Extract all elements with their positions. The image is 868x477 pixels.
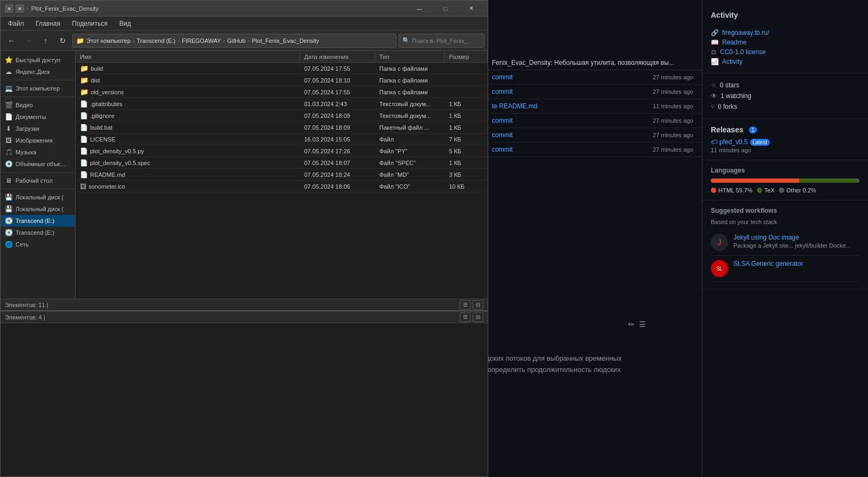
sidebar-divider-2 xyxy=(1,96,75,97)
status-text-bottom: Элементов: 4 | xyxy=(5,314,45,321)
activity-link[interactable]: 📈 Activity xyxy=(711,57,859,66)
file-row-8[interactable]: 📄plot_density_v0.5.spec 07.05.2024 18:07… xyxy=(76,157,488,169)
list-icon[interactable]: ☰ xyxy=(639,320,646,329)
watching-stat[interactable]: 👁 1 watching xyxy=(711,91,859,101)
release-latest-badge: Latest xyxy=(750,139,770,146)
workflow1-title[interactable]: Jekyll using Doc image xyxy=(733,234,851,241)
search-bar[interactable]: 🔍 Поиск в: Plot_Fenix_... xyxy=(399,34,484,48)
menu-item-вид[interactable]: Вид xyxy=(114,18,136,29)
sidebar-label-12: Transcend (E:) xyxy=(16,218,54,224)
sidebar-label-6: Изображения xyxy=(16,137,53,144)
suggested-label: Suggested workflows xyxy=(711,207,859,214)
file-name-6: 📄LICENSE xyxy=(76,136,300,143)
sidebar-item-1[interactable]: ☁Яндекс.Диск xyxy=(1,66,75,78)
address-part-3[interactable]: GitHub xyxy=(227,38,246,44)
commit-row-0: commit 27 minutes ago xyxy=(483,70,702,85)
file-row-7[interactable]: 📄plot_density_v0.5.py 07.05.2024 17:26 Ф… xyxy=(76,145,488,157)
sidebar-icon-10: 💾 xyxy=(5,193,12,201)
col-name-header[interactable]: Имя xyxy=(76,51,300,62)
menu-item-поделиться[interactable]: Поделиться xyxy=(67,18,113,29)
col-size-header[interactable]: Размер xyxy=(445,51,488,62)
file-type-5: Пакетный файл ... xyxy=(375,124,445,131)
file-date-8: 07.05.2024 18:07 xyxy=(300,160,375,166)
menu-item-главная[interactable]: Главная xyxy=(31,18,66,29)
commit-msg-0[interactable]: commit xyxy=(492,73,513,81)
file-date-0: 07.05.2024 17:55 xyxy=(300,65,375,72)
address-part-2[interactable]: FIREGOAWAY xyxy=(182,38,221,44)
release-tag-name: pfed_v0.5 xyxy=(719,138,748,146)
stars-stat[interactable]: ☆ 0 stars xyxy=(711,80,859,91)
close-button[interactable]: ✕ xyxy=(459,1,483,17)
sidebar-item-10[interactable]: 💾Локальный диск ( xyxy=(1,191,75,203)
sidebar-item-9[interactable]: 🖥Рабочий стол xyxy=(1,175,75,187)
detail-view-btn[interactable]: ⊟ xyxy=(473,300,483,310)
file-row-2[interactable]: 📁old_versions 07.05.2024 17:55 Папка с ф… xyxy=(76,86,488,98)
file-row-10[interactable]: 🖼sonometer.ico 07.05.2024 18:06 Файл "IC… xyxy=(76,181,488,192)
address-separator-3: › xyxy=(248,38,250,44)
sidebar-item-11[interactable]: 💾Локальный диск ( xyxy=(1,203,75,215)
file-row-3[interactable]: 📄.gitattributes 01.03.2024 2:43 Текстовы… xyxy=(76,98,488,110)
sidebar-item-2[interactable]: 💻Этот компьютер xyxy=(1,83,75,94)
activity-label: Activity xyxy=(702,4,868,21)
back-button[interactable]: ← xyxy=(4,33,19,48)
commit-msg-3[interactable]: commit xyxy=(492,117,513,124)
sidebar-item-8[interactable]: 💿Объёмные объе... xyxy=(1,158,75,170)
commit-msg-4[interactable]: commit xyxy=(492,131,513,139)
col-type-header[interactable]: Тип xyxy=(375,51,445,62)
refresh-button[interactable]: ↻ xyxy=(55,33,70,48)
sidebar-icon-9: 🖥 xyxy=(5,177,12,184)
lower-list-btn[interactable]: ☰ xyxy=(460,312,470,322)
file-name-9: 📄README.md xyxy=(76,171,300,178)
file-name-4: 📄.gitignore xyxy=(76,112,300,120)
sidebar-item-6[interactable]: 🖼Изображения xyxy=(1,135,75,146)
address-part-1[interactable]: Transcend (E:) xyxy=(137,38,175,44)
sidebar-item-5[interactable]: ⬇Загрузки xyxy=(1,123,75,135)
sidebar-item-14[interactable]: 🌐Сеть xyxy=(1,238,75,250)
lang-html-bar xyxy=(711,178,799,183)
window-title: Plot_Fenix_Evac_Density xyxy=(31,5,404,12)
file-type-4: Текстовый докум... xyxy=(375,113,445,119)
address-part-0[interactable]: Этот компьютер xyxy=(86,38,130,44)
file-row-6[interactable]: 📄LICENSE 16.03.2024 15:05 Файл 7 КБ xyxy=(76,133,488,145)
forks-stat[interactable]: ⑂ 0 forks xyxy=(711,101,859,112)
commit-msg-1[interactable]: commit xyxy=(492,88,513,95)
other-label: Other 0.2% xyxy=(786,187,816,193)
sidebar-item-7[interactable]: 🎵Музыка xyxy=(1,146,75,158)
website-url: firegoaway.tb.ru/ xyxy=(722,29,769,36)
website-link[interactable]: 🔗 firegoaway.tb.ru/ xyxy=(711,28,859,38)
file-size-8: 1 КБ xyxy=(445,160,488,166)
status-bar-top: Элементов: 11 | ☰ ⊟ xyxy=(1,299,488,310)
maximize-button[interactable]: □ xyxy=(433,1,458,17)
sidebar-item-0[interactable]: ⭐Быстрый доступ xyxy=(1,54,75,66)
workflow1-card: J Jekyll using Doc image Package a Jekyl… xyxy=(711,229,859,256)
menu-item-файл[interactable]: Файл xyxy=(3,18,30,29)
list-view-btn[interactable]: ☰ xyxy=(460,300,470,310)
commit-msg-5[interactable]: commit xyxy=(492,146,513,153)
sidebar-item-4[interactable]: 📄Документы xyxy=(1,111,75,123)
readme-link[interactable]: 📖 Readme xyxy=(711,38,859,47)
forward-button[interactable]: → xyxy=(21,33,36,48)
commit-msg-2[interactable]: te README.md xyxy=(492,102,538,110)
lower-detail-btn[interactable]: ⊟ xyxy=(473,312,483,322)
file-row-4[interactable]: 📄.gitignore 07.05.2024 18:09 Текстовый д… xyxy=(76,110,488,122)
col-date-header[interactable]: Дата изменения xyxy=(300,51,375,62)
sidebar-item-13[interactable]: 💽Transcend (E:) xyxy=(1,227,75,238)
commit-row-1: commit 27 minutes ago xyxy=(483,85,702,99)
address-part-4[interactable]: Plot_Fenix_Evac_Density xyxy=(252,38,319,44)
edit-icon[interactable]: ✏ xyxy=(628,320,635,329)
sidebar-item-3[interactable]: 🎬Видео xyxy=(1,99,75,111)
file-row-1[interactable]: 📁dist 07.05.2024 18:10 Папка с файлами xyxy=(76,74,488,86)
commit-row-2: te README.md 11 minutes ago xyxy=(483,99,702,114)
workflow2-title[interactable]: SLSA Generic generator xyxy=(733,260,803,267)
file-row-0[interactable]: 📁build 07.05.2024 17:55 Папка с файлами xyxy=(76,63,488,74)
file-row-5[interactable]: 📄build.bat 07.05.2024 18:09 Пакетный фай… xyxy=(76,122,488,133)
file-name-0: 📁build xyxy=(76,64,300,72)
file-row-9[interactable]: 📄README.md 07.05.2024 18:24 Файл "MD" 3 … xyxy=(76,169,488,181)
minimize-button[interactable]: — xyxy=(407,1,432,17)
sidebar-item-12[interactable]: 💽Transcend (E:) xyxy=(1,215,75,227)
sidebar: ⭐Быстрый доступ☁Яндекс.Диск💻Этот компьют… xyxy=(1,51,76,299)
license-link[interactable]: ⚖ CC0-1.0 license xyxy=(711,47,859,57)
address-bar[interactable]: 📁 Этот компьютер›Transcend (E:)›FIREGOAW… xyxy=(72,34,396,48)
release-tag-row[interactable]: 🏷 pfed_v0.5 Latest xyxy=(711,138,859,146)
up-button[interactable]: ↑ xyxy=(38,33,53,48)
